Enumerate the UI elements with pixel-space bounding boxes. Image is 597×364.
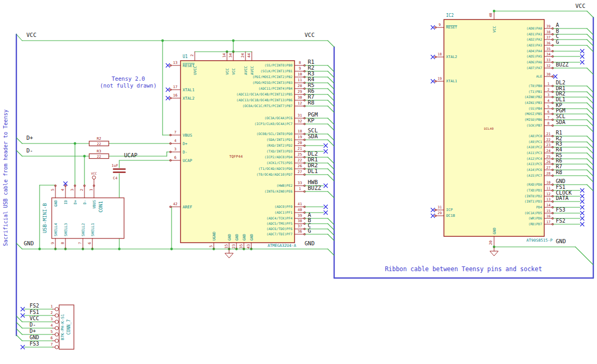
pin-number: 24 (546, 149, 551, 153)
wire (328, 65, 334, 72)
pin-number: 22 (546, 138, 551, 142)
component-ref: IC2 (446, 13, 454, 18)
pin-number: 27 (298, 170, 302, 174)
wire (587, 92, 593, 98)
wire (328, 118, 334, 124)
pin-name: VCC (225, 68, 230, 75)
pin-name: OC1B (446, 214, 455, 218)
pin-name: VBUS (92, 200, 97, 209)
pin-number: 17 (546, 220, 551, 224)
pin-number: 4 (61, 189, 65, 191)
pin-number: 9 (439, 23, 441, 27)
net-label: FS2 (30, 303, 39, 309)
pin-name: (AD7)PA7 (526, 66, 542, 70)
pin-name: AREF (183, 205, 193, 209)
pin-number: 3 (51, 317, 53, 321)
pin-number: 1 (299, 187, 301, 191)
pin-name: ALE (536, 74, 542, 78)
component-ref: R2 (97, 137, 101, 141)
wire (587, 159, 593, 165)
net-label: DATA (556, 195, 568, 201)
pin-name: (OC1A)PD5 (524, 211, 542, 215)
wire (587, 185, 593, 191)
pin-number: 35 (239, 244, 243, 248)
pin-name: (A11)PC3 (526, 151, 542, 155)
pin-name: VBUS (183, 133, 193, 138)
net-label: DL1 (308, 168, 318, 174)
component-value: AT90S8515-P (526, 238, 553, 243)
pin-number: 6 (51, 336, 53, 340)
net-label: KP (308, 117, 315, 123)
pin-number: 3 (70, 189, 74, 191)
pin-name: XTAL1 (446, 79, 457, 83)
pin-number: 22 (298, 158, 302, 162)
component-ref: CONN_7 (67, 319, 71, 334)
net-label: A (556, 22, 559, 28)
net-label: R1 (556, 130, 562, 136)
pin-number: 25 (298, 152, 302, 157)
pin-name: (ADC6/TDO)PF6 (267, 227, 292, 231)
pin-name: (AD1)PA1 (526, 32, 542, 36)
pin-number: 44 (247, 53, 251, 58)
pin-number: 16 (173, 93, 177, 98)
wire (328, 224, 334, 230)
component-ref: U1 (183, 54, 188, 59)
pin-number: 19 (438, 76, 442, 81)
net-label-vcc: VCC (26, 32, 36, 38)
pin-name: (ADC1)PF1 (274, 210, 292, 214)
net-label-gnd: GND (24, 240, 34, 246)
wire (328, 41, 334, 47)
wire (328, 77, 334, 83)
pin-number: 14 (546, 203, 551, 207)
component-value: B7K-PH-K-S1 (60, 314, 65, 340)
wire (16, 322, 22, 328)
pin-number: 4 (51, 323, 53, 328)
pin-number: 37 (546, 35, 551, 40)
wire (328, 134, 334, 140)
pin-name: (ADC4/TCK)PF4 (267, 216, 292, 220)
wire (16, 243, 22, 249)
wire (587, 28, 593, 35)
pin-number: 18 (298, 129, 302, 133)
con1-body[interactable] (52, 198, 124, 238)
wire (328, 157, 334, 164)
ground-symbol (490, 251, 498, 256)
pin-number: 16 (546, 214, 551, 218)
pin-number: 1 (547, 82, 549, 86)
net-label: C (556, 33, 559, 39)
pin-name: GND (250, 234, 254, 241)
pin-name: UCAP (183, 158, 193, 163)
pin-number: 36 (546, 41, 551, 45)
pin-name: (ADC13/OC1B/OC4B/PCINT13)PB6 (236, 98, 292, 102)
net-label-gnd: GND (556, 238, 566, 244)
pin-number: 20 (489, 241, 493, 245)
pin-number: 43 (247, 244, 251, 248)
pin-number: 30 (546, 72, 551, 76)
pin-name: GND (228, 234, 232, 241)
wire (16, 335, 22, 341)
pin-number: 5 (547, 104, 549, 109)
pin-socket-circle (55, 327, 59, 330)
pin-number: 14 (222, 53, 226, 58)
pin-name: (INT0)PD2 (524, 194, 542, 198)
pin-name: (A13)PC5 (526, 162, 542, 166)
wire (587, 136, 593, 142)
wire (328, 234, 334, 241)
pin-number: 2 (80, 189, 84, 191)
wire (328, 229, 334, 235)
pin-number: 5 (51, 330, 53, 334)
pin-number: 32 (298, 119, 302, 123)
net-label-dminus: D- (26, 147, 33, 154)
wire (328, 94, 334, 101)
wire (587, 40, 593, 46)
pin-number: 27 (546, 166, 551, 170)
pin-number: 39 (298, 214, 302, 218)
net-label: FS2 (556, 218, 565, 224)
wire (587, 153, 593, 159)
pin-number: 33 (546, 58, 551, 62)
pin-number: 28 (546, 171, 551, 176)
vcc-symbol (92, 176, 96, 179)
wire (575, 247, 593, 265)
net-label: BUZZ (556, 62, 568, 68)
net-label: R3 (556, 141, 562, 147)
